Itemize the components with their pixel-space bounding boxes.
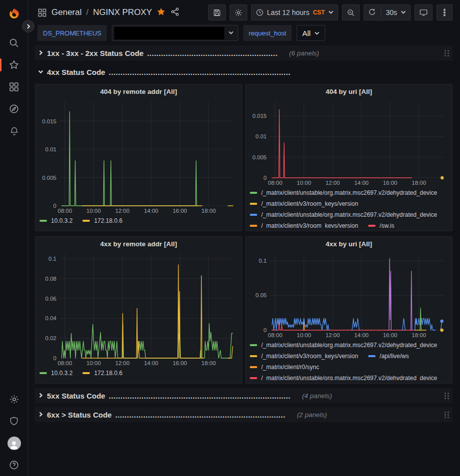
dashboard-header: General / NGINX PROXY Last 12 hours CST: [28, 0, 460, 23]
timeseries-chart[interactable]: 08:0010:0012:0014:0016:0018:0000.050.1: [250, 250, 448, 340]
share-icon[interactable]: [170, 7, 180, 18]
legend-item[interactable]: /_matrix/client/unstable/org.matrix.msc2…: [250, 340, 437, 351]
svg-text:16:00: 16:00: [173, 360, 187, 366]
legend-item[interactable]: 10.0.3.2: [39, 215, 72, 226]
svg-text:0.1: 0.1: [48, 256, 56, 262]
panel-404-by-remote-addr: 404 by remote addr [All] 08:0010:0012:00…: [35, 84, 242, 231]
legend-swatch: [250, 355, 257, 357]
legend-item[interactable]: /_matrix/client/v3/room_keys/version: [250, 351, 358, 362]
legend-label: 10.0.3.2: [51, 368, 72, 379]
legend-item[interactable]: /sw.js: [368, 220, 394, 228]
grafana-logo[interactable]: [3, 3, 25, 25]
svg-text:14:00: 14:00: [144, 360, 158, 366]
svg-text:0.005: 0.005: [42, 175, 56, 181]
row-drag-handle[interactable]: [444, 392, 451, 400]
time-range-picker[interactable]: Last 12 hours CST: [251, 4, 339, 20]
legend-item[interactable]: /_matrix/client/r0/sync: [250, 362, 319, 373]
svg-text:14:00: 14:00: [144, 208, 158, 214]
legend-item[interactable]: /_matrix/client/unstable/org.matrix.msc2…: [250, 187, 437, 198]
legend-item[interactable]: /_matrix/client/unstable/org.matrix.msc2…: [250, 373, 437, 380]
timeseries-chart[interactable]: 08:0010:0012:0014:0016:0018:0000.020.040…: [39, 250, 238, 368]
legend-swatch: [250, 366, 257, 368]
user-avatar[interactable]: [3, 432, 25, 454]
svg-text:12:00: 12:00: [326, 332, 340, 338]
panel-title[interactable]: 404 by remote addr [All]: [39, 86, 238, 97]
datasource-variable-label[interactable]: DS_PROMETHEUS: [37, 25, 107, 41]
chart-legend: /_matrix/client/unstable/org.matrix.msc2…: [250, 187, 448, 228]
favorite-star-icon[interactable]: [156, 7, 166, 18]
timeseries-chart[interactable]: 08:0010:0012:0014:0016:0018:0000.0050.01…: [39, 97, 238, 215]
svg-text:0: 0: [53, 355, 56, 361]
row-6xx[interactable]: 6xx > Status Code ......................…: [35, 407, 453, 422]
legend-swatch: [250, 344, 257, 346]
legend-item[interactable]: 172.18.0.6: [82, 215, 122, 226]
legend-label: /_matrix/client/unstable/org.matrix.msc2…: [261, 209, 437, 220]
search-icon[interactable]: [3, 32, 25, 54]
explore-compass-icon[interactable]: [3, 98, 25, 120]
svg-text:10:00: 10:00: [297, 180, 311, 186]
alerting-bell-icon[interactable]: [3, 120, 25, 142]
help-icon[interactable]: [3, 454, 25, 476]
settings-gear-icon[interactable]: [3, 388, 25, 410]
datasource-variable-select[interactable]: [112, 25, 238, 41]
legend-label: /_matrix/client/v3/room_keys/version: [261, 198, 358, 209]
kiosk-tv-button[interactable]: [415, 4, 433, 20]
legend-label: 172.18.0.6: [94, 215, 122, 226]
row-5xx[interactable]: 5xx Status Code ........................…: [35, 388, 453, 403]
refresh-group: 30s: [364, 4, 411, 20]
dashboard-settings-button[interactable]: [230, 4, 247, 20]
apps-grid-icon[interactable]: [37, 8, 47, 17]
legend-item[interactable]: /_matrix/client/v3/room_keys/version: [250, 198, 358, 209]
svg-text:18:00: 18:00: [201, 360, 216, 366]
svg-text:0.08: 0.08: [45, 276, 56, 282]
chevron-down-icon: [314, 29, 320, 37]
svg-text:0.1: 0.1: [259, 258, 267, 264]
panel-title[interactable]: 4xx by remote addr [All]: [39, 238, 238, 250]
request-host-variable-label[interactable]: request_host: [243, 25, 292, 41]
panel-title[interactable]: 404 by uri [All]: [250, 86, 448, 97]
svg-text:12:00: 12:00: [115, 360, 130, 366]
breadcrumb-section[interactable]: General: [51, 7, 81, 17]
row-title-dots: ........................................…: [109, 392, 291, 400]
timeseries-chart[interactable]: 08:0010:0012:0014:0016:0018:0000.0050.01…: [250, 97, 448, 187]
row-drag-handle[interactable]: [444, 49, 451, 57]
sidebar-expand-button[interactable]: [22, 20, 34, 32]
panel-title[interactable]: 4xx by uri [All]: [250, 238, 448, 250]
toolbar: Last 12 hours CST 30s: [208, 4, 453, 20]
legend-swatch: [250, 225, 257, 227]
sidebar: [0, 0, 28, 476]
legend-item[interactable]: /_matrix/client/v3/room_keys/version: [250, 220, 358, 228]
server-admin-shield-icon[interactable]: [3, 410, 25, 432]
legend-swatch: [39, 220, 47, 222]
refresh-interval-value[interactable]: 30s: [386, 8, 397, 16]
row-1xx-3xx-2xx[interactable]: 1xx - 3xx - 2xx Status Code ............…: [35, 45, 453, 60]
legend-item[interactable]: /_matrix/client/unstable/org.matrix.msc2…: [250, 209, 437, 220]
save-dashboard-button[interactable]: [208, 4, 226, 20]
dashboard-body: 1xx - 3xx - 2xx Status Code ............…: [28, 45, 460, 422]
legend-item[interactable]: 10.0.3.2: [39, 368, 72, 379]
refresh-icon[interactable]: [368, 8, 376, 17]
svg-text:0.01: 0.01: [256, 133, 267, 139]
legend-item[interactable]: 172.18.0.6: [82, 368, 122, 379]
svg-text:08:00: 08:00: [268, 332, 283, 338]
svg-text:16:00: 16:00: [173, 208, 187, 214]
row-title-dots: ........................................…: [115, 411, 286, 419]
dashboards-icon[interactable]: [3, 76, 25, 98]
starred-dashboards-icon[interactable]: [3, 54, 25, 76]
svg-text:0.04: 0.04: [45, 315, 57, 321]
legend-label: /_matrix/client/unstable/org.matrix.msc2…: [261, 187, 437, 198]
breadcrumb-dashboard-title[interactable]: NGINX PROXY: [93, 7, 152, 17]
chart-legend: /_matrix/client/unstable/org.matrix.msc2…: [250, 340, 448, 380]
request-host-variable-select[interactable]: All: [297, 25, 325, 41]
legend-label: /_matrix/client/v3/room_keys/version: [261, 351, 358, 362]
more-kebab-button[interactable]: [437, 4, 453, 20]
svg-text:0: 0: [264, 327, 267, 333]
row-panel-count: (4 panels): [302, 392, 332, 400]
zoom-out-time-button[interactable]: [342, 4, 360, 20]
row-4xx[interactable]: 4xx Status Code ........................…: [35, 64, 453, 79]
row-drag-handle[interactable]: [444, 411, 451, 419]
chevron-down-icon[interactable]: [401, 8, 406, 16]
legend-item[interactable]: /api/live/ws: [368, 351, 409, 362]
time-range-label: Last 12 hours: [267, 8, 310, 16]
panel-404-by-uri: 404 by uri [All] 08:0010:0012:0014:0016:…: [245, 84, 453, 231]
